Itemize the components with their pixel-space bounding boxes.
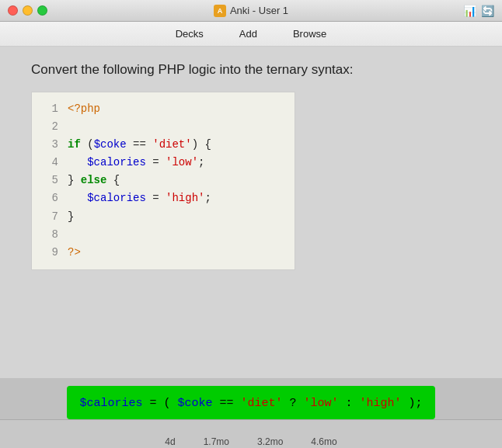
title-bar: A Anki - User 1 📊 🔄 [0,0,502,22]
minimize-button[interactable] [23,5,33,16]
maximize-button[interactable] [37,5,47,16]
app-icon: A [214,5,226,17]
bottom-section: 4d 1.7mo 3.2mo 4.6mo Edit Again Hard Goo… [0,419,502,448]
timing-again: 4d [165,436,175,447]
code-line-5: 5 } else { [44,172,282,189]
answer-code: $calories = ( $coke == 'diet' ? 'low' : … [79,397,422,410]
code-line-1: 1 <?php [44,100,282,118]
code-line-6: 6 $calories = 'high' ; [44,189,282,207]
window-title: A Anki - User 1 [214,5,288,17]
menu-bar: Decks Add Browse [0,22,502,47]
code-line-7: 7 } [44,208,282,226]
stats-icon[interactable]: 📊 [463,5,476,17]
timing-easy: 4.6mo [311,436,336,447]
title-bar-right-controls: 📊 🔄 [463,5,494,17]
code-line-4: 4 $calories = 'low' ; [44,154,282,172]
timing-good: 3.2mo [257,436,283,447]
sync-icon[interactable]: 🔄 [481,5,494,17]
main-content: Convert the following PHP logic into the… [0,47,502,378]
code-line-2: 2 [44,118,282,136]
timing-hard: 1.7mo [204,436,229,447]
answer-area: $calories = ( $coke == 'diet' ? 'low' : … [67,386,434,419]
window-controls[interactable] [8,5,47,16]
menu-browse[interactable]: Browse [287,25,333,43]
code-block: 1 <?php 2 3 if ( $coke == 'diet' ) { 4 $… [31,92,295,270]
question-text: Convert the following PHP logic into the… [31,62,354,78]
code-line-9: 9 ?> [44,244,282,262]
answer-wrapper: $calories = ( $coke == 'diet' ? 'low' : … [0,386,502,419]
code-line-3: 3 if ( $coke == 'diet' ) { [44,136,282,154]
code-line-8: 8 [44,226,282,244]
menu-decks[interactable]: Decks [169,25,210,43]
title-text: Anki - User 1 [230,5,288,16]
close-button[interactable] [8,5,18,16]
timing-row: 4d 1.7mo 3.2mo 4.6mo [165,436,336,447]
menu-add[interactable]: Add [233,25,263,43]
